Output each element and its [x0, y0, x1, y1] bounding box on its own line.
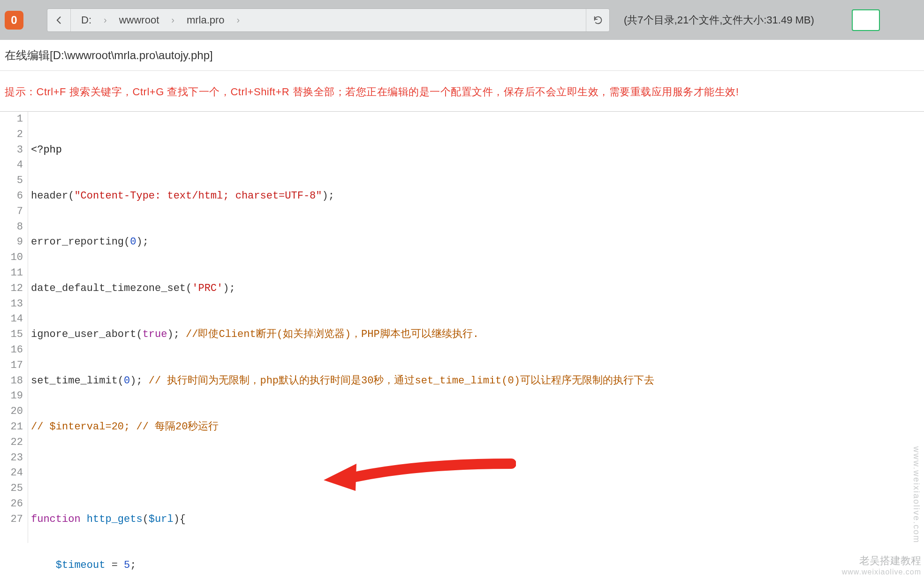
line-number: 8 — [0, 220, 23, 235]
code-line: <?php — [31, 143, 924, 158]
line-number: 2 — [0, 127, 23, 143]
line-number: 10 — [0, 250, 23, 266]
line-number: 26 — [0, 497, 23, 512]
line-number: 11 — [0, 266, 23, 281]
line-number: 21 — [0, 420, 23, 435]
chevron-right-icon: › — [102, 15, 109, 25]
file-stats-text: (共7个目录,21个文件,文件大小:31.49 MB) — [624, 13, 814, 27]
code-editor[interactable]: 1234567891011121314151617181920212223242… — [0, 111, 924, 543]
line-number: 18 — [0, 374, 23, 389]
refresh-icon[interactable] — [586, 9, 609, 31]
chevron-right-icon: › — [235, 15, 242, 25]
breadcrumb-item[interactable]: wwwroot — [109, 9, 170, 31]
chevron-right-icon: › — [169, 15, 176, 25]
line-number: 22 — [0, 435, 23, 451]
line-number: 23 — [0, 451, 23, 466]
watermark-text: 老吴搭建教程 www.weixiaolive.com — [842, 555, 921, 576]
code-content[interactable]: <?php header("Content-Type: text/html; c… — [28, 112, 924, 543]
modal-title-bar: 在线编辑[D:\wwwroot\mrla.pro\autojy.php] — [0, 40, 924, 71]
line-number: 12 — [0, 281, 23, 297]
line-number: 27 — [0, 512, 23, 527]
code-line: $timeout = 5; — [31, 558, 924, 573]
breadcrumb-label: wwwroot — [119, 14, 159, 26]
watermark-line1: 老吴搭建教程 — [859, 555, 921, 566]
code-line: set_time_limit(0); // 执行时间为无限制，php默认的执行时… — [31, 374, 924, 389]
line-number: 16 — [0, 343, 23, 358]
code-line: function http_gets($url){ — [31, 512, 924, 527]
line-number: 15 — [0, 327, 23, 343]
line-number: 3 — [0, 143, 23, 158]
line-number: 5 — [0, 173, 23, 189]
breadcrumb-label: D: — [81, 14, 91, 26]
breadcrumb-item[interactable]: mrla.pro — [176, 9, 235, 31]
back-icon[interactable] — [47, 9, 71, 31]
line-number: 7 — [0, 204, 23, 220]
tip-row: 提示：Ctrl+F 搜索关键字，Ctrl+G 查找下一个，Ctrl+Shift+… — [0, 71, 924, 111]
tip-text: 提示：Ctrl+F 搜索关键字，Ctrl+G 查找下一个，Ctrl+Shift+… — [5, 86, 739, 98]
watermark-vertical: www.weixiaolive.com — [911, 446, 921, 543]
watermark-line2: www.weixiaolive.com — [842, 567, 921, 576]
code-line: error_reporting(0); — [31, 235, 924, 250]
line-number: 24 — [0, 466, 23, 481]
line-number: 20 — [0, 404, 23, 420]
code-line: date_default_timezone_set('PRC'); — [31, 281, 924, 297]
code-line — [31, 466, 924, 481]
modal-title: 在线编辑[D:\wwwroot\mrla.pro\autojy.php] — [5, 48, 213, 63]
file-manager-topbar: 0 D: › wwwroot › mrla.pro › (共7个目录,21个文件… — [0, 0, 924, 40]
line-number: 14 — [0, 312, 23, 327]
notification-badge[interactable]: 0 — [5, 11, 23, 30]
line-number: 17 — [0, 358, 23, 374]
line-number: 19 — [0, 389, 23, 404]
line-number: 6 — [0, 189, 23, 204]
breadcrumb-label: mrla.pro — [187, 14, 225, 26]
breadcrumb-bar: D: › wwwroot › mrla.pro › — [47, 8, 610, 32]
code-line: ignore_user_abort(true); //即使Client断开(如关… — [31, 327, 924, 343]
line-number-gutter: 1234567891011121314151617181920212223242… — [0, 112, 28, 543]
line-number: 9 — [0, 235, 23, 250]
line-number: 4 — [0, 158, 23, 173]
action-button[interactable] — [852, 9, 880, 31]
line-number: 25 — [0, 481, 23, 497]
line-number: 1 — [0, 112, 23, 127]
line-number: 13 — [0, 297, 23, 312]
breadcrumb-item[interactable]: D: — [71, 9, 102, 31]
code-line: header("Content-Type: text/html; charset… — [31, 189, 924, 204]
code-line: // $interval=20; // 每隔20秒运行 — [31, 420, 924, 435]
